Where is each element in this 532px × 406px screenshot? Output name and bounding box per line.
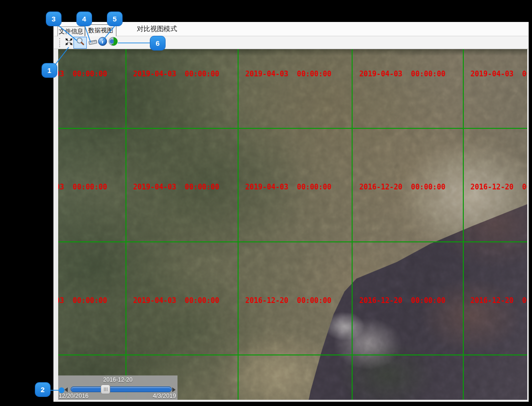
timestamp-labels-layer: 2019-04-03 00:00:002019-04-03 00:00:0020… bbox=[58, 49, 527, 400]
info-button[interactable]: i bbox=[97, 37, 107, 48]
timeline-panel: 2016-12-20 12/20/2016 4/3/2019 bbox=[58, 375, 177, 400]
callout-badge-1: 1 bbox=[42, 63, 57, 78]
tile-timestamp-label: 2019-04-03 00:00:00 bbox=[470, 70, 527, 78]
ruler-icon bbox=[88, 38, 97, 48]
tile-timestamp-label: 2019-04-03 00:00:00 bbox=[245, 70, 332, 78]
tile-timestamp-label: 2016-12-20 00:00:00 bbox=[470, 296, 527, 305]
info-icon: i bbox=[98, 36, 107, 49]
expand-arrows-icon bbox=[64, 37, 74, 49]
compare-view-mode-label: 对比视图模式 bbox=[137, 25, 177, 33]
tile-timestamp-label: 2019-04-03 00:00:00 bbox=[58, 183, 107, 191]
tile-timestamp-label: 2019-04-03 00:00:00 bbox=[133, 70, 219, 78]
tile-timestamp-label: 2019-04-03 00:00:00 bbox=[133, 183, 219, 191]
tile-timestamp-label: 2016-12-20 00:00:00 bbox=[359, 183, 446, 191]
toolbar: i bbox=[54, 36, 528, 49]
tile-timestamp-label: 2019-04-03 00:00:00 bbox=[133, 296, 219, 305]
tile-timestamp-label: 2019-04-03 00:00:00 bbox=[58, 296, 107, 305]
fit-extent-button[interactable] bbox=[63, 37, 74, 48]
tile-timestamp-label: 2016-12-20 00:00:00 bbox=[470, 183, 527, 191]
callout-badge-5: 5 bbox=[107, 11, 123, 26]
zoom-tool-button[interactable] bbox=[73, 37, 87, 49]
globe-icon bbox=[108, 36, 118, 49]
timeline-start-date: 12/20/2016 bbox=[59, 393, 89, 399]
timeline-end-date: 4/3/2019 bbox=[153, 393, 176, 399]
timeline-step-forward-button[interactable] bbox=[172, 387, 176, 392]
app-window: 文件信息 数据视图 对比视图模式 bbox=[54, 22, 528, 401]
callout-badge-4: 4 bbox=[76, 11, 92, 26]
svg-text:i: i bbox=[102, 38, 104, 45]
timeline-slider-track[interactable] bbox=[71, 386, 172, 392]
callout-badge-6: 6 bbox=[150, 36, 166, 51]
toolbar-grip[interactable] bbox=[59, 38, 60, 47]
tile-timestamp-label: 2019-04-03 00:00:00 bbox=[359, 70, 446, 78]
timeline-current-date: 2016-12-20 bbox=[58, 376, 177, 383]
callout-badge-3: 3 bbox=[46, 11, 62, 26]
globe-button[interactable] bbox=[108, 37, 118, 48]
timeline-slider-thumb[interactable] bbox=[101, 385, 110, 394]
tab-strip: 文件信息 数据视图 对比视图模式 bbox=[54, 22, 528, 36]
map-viewport[interactable]: 2019-04-03 00:00:002019-04-03 00:00:0020… bbox=[58, 49, 527, 400]
tile-timestamp-label: 2016-12-20 00:00:00 bbox=[245, 296, 332, 305]
tab-file-info[interactable]: 文件信息 bbox=[57, 26, 85, 36]
tile-timestamp-label: 2016-12-20 00:00:00 bbox=[359, 296, 446, 305]
magnifier-icon bbox=[75, 37, 85, 49]
tile-timestamp-label: 2019-04-03 00:00:00 bbox=[58, 70, 107, 78]
tile-timestamp-label: 2019-04-03 00:00:00 bbox=[245, 183, 332, 191]
timeline-step-back-button[interactable] bbox=[64, 387, 68, 392]
measure-button[interactable] bbox=[87, 38, 98, 48]
callout-badge-2: 2 bbox=[35, 382, 51, 397]
